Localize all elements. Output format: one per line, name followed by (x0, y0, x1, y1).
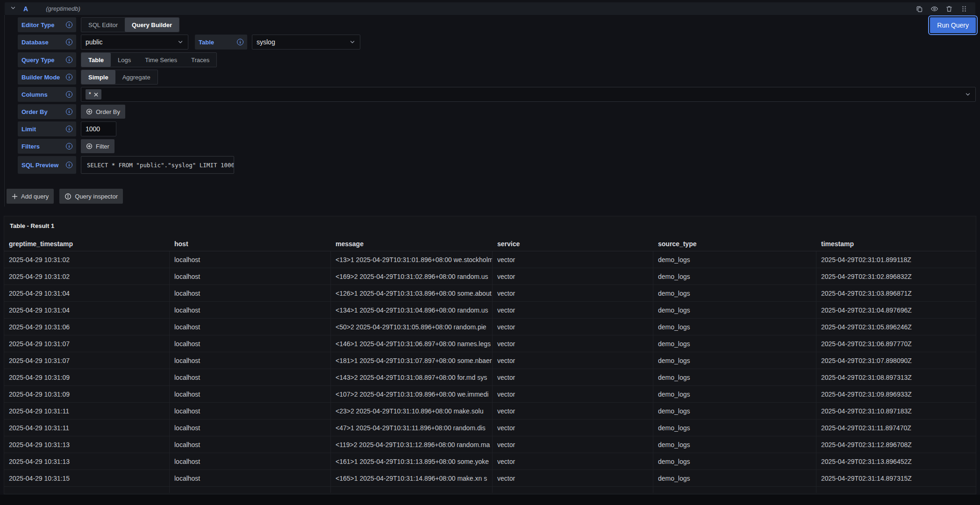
plus-circle-icon (86, 108, 93, 115)
table-body: 2025-04-29 10:31:02 localhost <13>1 2025… (4, 251, 976, 487)
cell-source-type: demo_logs (653, 352, 816, 369)
database-select-value: public (86, 38, 103, 46)
cell-message: <169>2 2025-04-29T10:31:02.896+08:00 ran… (331, 268, 493, 285)
add-order-by-button[interactable]: Order By (81, 105, 125, 119)
info-icon[interactable] (66, 126, 72, 132)
column-header[interactable]: source_type (653, 236, 816, 251)
query-ref-id[interactable]: A (23, 5, 28, 13)
query-type-option[interactable]: Logs (111, 53, 138, 67)
info-icon[interactable] (66, 143, 72, 149)
cell-host: localhost (170, 319, 331, 335)
cell-message: <161>1 2025-04-29T10:31:13.895+08:00 som… (331, 453, 493, 470)
eye-icon (930, 5, 938, 13)
query-inspector-button[interactable]: Query inspector (59, 189, 123, 204)
datasource-name: (greptimedb) (46, 5, 80, 12)
limit-label: Limit (18, 121, 76, 136)
table-row[interactable]: 2025-04-29 10:31:11 localhost <47>1 2025… (4, 420, 976, 436)
info-icon[interactable] (66, 74, 72, 80)
table-row[interactable]: 2025-04-29 10:31:02 localhost <169>2 202… (4, 268, 976, 285)
table-row[interactable]: 2025-04-29 10:31:02 localhost <13>1 2025… (4, 251, 976, 268)
page-bottom-strip (0, 495, 980, 505)
cell-source-type: demo_logs (653, 369, 816, 386)
column-header[interactable]: host (170, 236, 331, 251)
add-query-button[interactable]: Add query (7, 189, 54, 204)
grip-dots-icon (961, 6, 967, 12)
cell-source-type: demo_logs (653, 268, 816, 285)
info-icon[interactable] (66, 39, 72, 45)
info-icon[interactable] (237, 39, 243, 45)
table-row[interactable]: 2025-04-29 10:31:15 localhost <165>1 202… (4, 470, 976, 487)
query-type-option[interactable]: Table (81, 53, 111, 67)
database-select[interactable]: public (81, 35, 188, 50)
database-table-row: Database public Table syslog (18, 35, 976, 50)
table-row[interactable]: 2025-04-29 10:31:09 localhost <107>2 202… (4, 386, 976, 403)
cell-timestamp: 2025-04-29T02:31:09.896933Z (816, 386, 976, 403)
cell-source-type: demo_logs (653, 386, 816, 403)
limit-input[interactable] (81, 121, 116, 136)
cell-timestamp: 2025-04-29T02:31:08.897313Z (816, 369, 976, 386)
query-row-header[interactable]: A (greptimedb) (5, 2, 975, 15)
cell-service: vector (493, 470, 653, 487)
table-row[interactable]: 2025-04-29 10:31:06 localhost <50>2 2025… (4, 319, 976, 335)
sql-preview-label: SQL Preview (18, 156, 76, 174)
cell-host: localhost (170, 453, 331, 470)
delete-query-button[interactable] (944, 4, 955, 14)
cell-timestamp: 2025-04-29T02:31:10.897183Z (816, 403, 976, 420)
table-select[interactable]: syslog (252, 35, 360, 50)
table-row[interactable]: 2025-04-29 10:31:07 localhost <181>1 202… (4, 352, 976, 369)
add-filter-button[interactable]: Filter (81, 139, 114, 153)
column-header[interactable]: service (493, 236, 653, 251)
cell-source-type: demo_logs (653, 335, 816, 352)
column-chip: * (86, 89, 101, 100)
cell-message: <126>1 2025-04-29T10:31:03.896+08:00 som… (331, 285, 493, 302)
collapse-query-button[interactable] (10, 5, 16, 12)
builder-mode-option[interactable]: Aggregate (115, 70, 157, 84)
database-label: Database (18, 35, 76, 50)
column-header[interactable]: greptime_timestamp (4, 236, 170, 251)
info-icon[interactable] (66, 91, 72, 98)
query-type-row: Query Type TableLogsTime SeriesTraces (18, 52, 976, 67)
columns-multiselect[interactable]: * (81, 87, 976, 102)
close-icon[interactable] (94, 92, 98, 97)
cell-timestamp: 2025-04-29T02:31:07.898090Z (816, 352, 976, 369)
filters-row: Filters Filter (18, 139, 976, 154)
cell-host: localhost (170, 369, 331, 386)
cell-message: <165>1 2025-04-29T10:31:14.896+08:00 mak… (331, 470, 493, 487)
query-type-radio-group: TableLogsTime SeriesTraces (81, 52, 217, 67)
editor-type-radio-group: SQL EditorQuery Builder (81, 17, 179, 32)
cell-source-type: demo_logs (653, 251, 816, 268)
table-row[interactable]: 2025-04-29 10:31:07 localhost <146>1 202… (4, 335, 976, 352)
table-row[interactable]: 2025-04-29 10:31:04 localhost <134>1 202… (4, 302, 976, 319)
cell-message: <143>2 2025-04-29T10:31:08.897+08:00 for… (331, 369, 493, 386)
cell-greptime-timestamp: 2025-04-29 10:31:07 (4, 335, 170, 352)
cell-host: localhost (170, 251, 331, 268)
cell-greptime-timestamp: 2025-04-29 10:31:11 (4, 420, 170, 436)
builder-mode-option[interactable]: Simple (81, 70, 115, 84)
table-row[interactable]: 2025-04-29 10:31:11 localhost <23>2 2025… (4, 403, 976, 420)
columns-row: Columns * (18, 87, 976, 102)
cell-host: localhost (170, 268, 331, 285)
sql-preview-row: SQL Preview SELECT * FROM "public"."sysl… (18, 156, 976, 174)
query-type-option[interactable]: Traces (184, 53, 216, 67)
table-row[interactable]: 2025-04-29 10:31:04 localhost <126>1 202… (4, 285, 976, 302)
column-header[interactable]: timestamp (816, 236, 976, 251)
cell-source-type: demo_logs (653, 453, 816, 470)
table-row[interactable]: 2025-04-29 10:31:09 localhost <143>2 202… (4, 369, 976, 386)
duplicate-query-button[interactable] (914, 4, 925, 14)
plus-icon (12, 193, 18, 199)
cell-service: vector (493, 369, 653, 386)
info-icon[interactable] (66, 108, 72, 115)
drag-handle[interactable] (959, 4, 970, 14)
cell-greptime-timestamp: 2025-04-29 10:31:07 (4, 352, 170, 369)
table-row[interactable]: 2025-04-29 10:31:13 localhost <161>1 202… (4, 453, 976, 470)
hide-query-button[interactable] (929, 4, 940, 14)
info-icon[interactable] (66, 162, 72, 168)
column-header[interactable]: message (331, 236, 493, 251)
table-row[interactable]: 2025-04-29 10:31:13 localhost <119>2 202… (4, 436, 976, 453)
chevron-down-icon (10, 5, 16, 12)
info-icon[interactable] (66, 21, 72, 28)
editor-type-option[interactable]: Query Builder (125, 18, 179, 32)
query-type-option[interactable]: Time Series (138, 53, 184, 67)
editor-type-option[interactable]: SQL Editor (81, 18, 125, 32)
info-icon[interactable] (66, 57, 72, 63)
